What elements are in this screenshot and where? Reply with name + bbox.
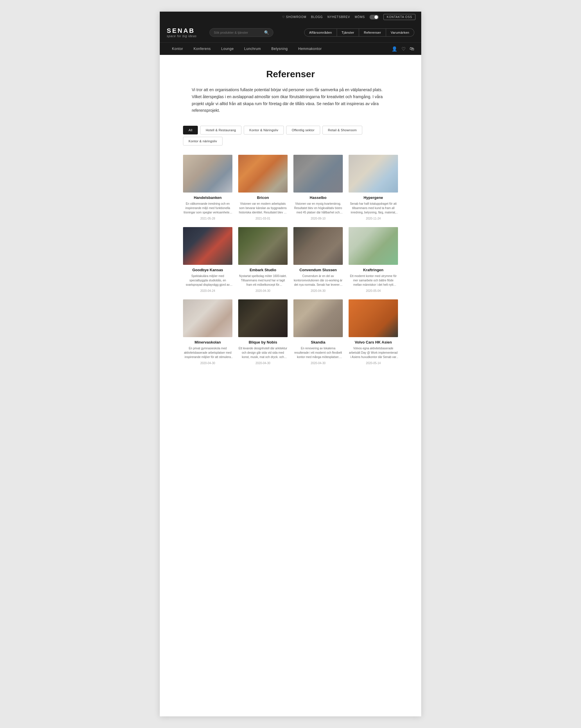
project-title-bricon: Bricon [238, 196, 287, 200]
nav-referenser[interactable]: Referenser [359, 28, 386, 36]
project-date-embark: 2020-04-30 [238, 289, 287, 292]
filter-kontor-naringsliv[interactable]: Kontor & Näringsliv [244, 126, 284, 134]
heart-icon: ♡ [282, 16, 285, 19]
project-desc-volvo: Volvos egna aktivitetsbaserade arbetsätt… [349, 346, 398, 359]
filter-offentlig[interactable]: Offentlig sektor [286, 126, 320, 134]
nav-lounge[interactable]: Lounge [216, 43, 239, 55]
project-title-volvo: Volvo Cars HK Asien [349, 340, 398, 344]
project-date-skandia: 2020-04-30 [294, 362, 343, 365]
moms-topbar[interactable]: MÖMS [355, 16, 365, 19]
moms-label: MÖMS [355, 16, 365, 19]
project-volvo[interactable]: Volvo Cars HK Asien Volvos egna aktivite… [349, 300, 398, 365]
project-image-hasselbo [294, 155, 343, 192]
project-goodbye-kansas[interactable]: Goodbye Kansas Spektakulära miljöer med … [183, 227, 232, 292]
toggle-knob [375, 16, 378, 19]
project-desc-handelsbanken: En välkomnande inredning och en inspirer… [183, 202, 232, 215]
kontakta-label: KONTAKTA OSS [387, 16, 412, 19]
project-desc-hypergene: Senab har haft totaluppdraget för att ti… [349, 202, 398, 215]
filter-retail[interactable]: Retail & Showroom [323, 126, 362, 134]
moms-toggle[interactable] [370, 15, 379, 20]
project-bricon[interactable]: Bricon Visionen var en modern arbetsplat… [238, 155, 287, 220]
filter-all[interactable]: All [183, 126, 198, 134]
kontakta-button[interactable]: KONTAKTA OSS [383, 14, 415, 20]
project-title-blique: Blique by Nobis [238, 340, 287, 344]
project-embark[interactable]: Embark Studio Nystartat spelbolag möter … [238, 227, 287, 292]
nav-hemmakontor[interactable]: Hemmakontor [293, 43, 327, 55]
project-image-handelsbanken [183, 155, 232, 192]
newsletter-topbar[interactable]: NYHETSBREV [327, 16, 350, 19]
project-desc-goodbye-kansas: Spektakulära miljöer med specialbyggda s… [183, 274, 232, 287]
project-minervaskolan[interactable]: Minervaskolan En privat gymnasieskola me… [183, 300, 232, 365]
project-image-hypergene [349, 155, 398, 192]
project-image-minervaskolan [183, 300, 232, 337]
project-blique[interactable]: Blique by Nobis Ett levande designhotell… [238, 300, 287, 365]
nav-konferens[interactable]: Konferens [188, 43, 216, 55]
filter-tabs: All Hotell & Restaurang Kontor & Närings… [183, 126, 398, 146]
nav-lunchrum[interactable]: Lunchrum [239, 43, 266, 55]
project-date-blique: 2020-04-30 [238, 362, 287, 365]
project-desc-skandia: En renovering av lokalerna resulterade i… [294, 346, 343, 359]
project-title-goodbye-kansas: Goodbye Kansas [183, 268, 232, 272]
search-input[interactable] [214, 31, 264, 34]
project-skandia[interactable]: Skandia En renovering av lokalerna resul… [294, 300, 343, 365]
project-grid: Handelsbanken En välkomnande inredning o… [183, 155, 398, 365]
nav-tjanster[interactable]: Tjänster [337, 28, 359, 36]
search-bar[interactable]: 🔍 [209, 28, 273, 37]
nav-belysning[interactable]: Belysning [266, 43, 293, 55]
project-desc-bricon: Visionen var en modern arbetsplats som b… [238, 202, 287, 215]
project-desc-convendum: Convendum är en del av kontorsrevolution… [294, 274, 343, 287]
project-title-skandia: Skandia [294, 340, 343, 344]
showroom-label: SHOWROOM [286, 16, 306, 19]
project-convendum[interactable]: Convendum Slussen Convendum är en del av… [294, 227, 343, 292]
project-hasselbo[interactable]: Hasselbo Visionen var en mysig kvartersk… [294, 155, 343, 220]
project-kraftringen[interactable]: Kraftringen Ett modernt kontor med utrym… [349, 227, 398, 292]
project-image-goodbye-kansas [183, 227, 232, 265]
project-title-convendum: Convendum Slussen [294, 268, 343, 272]
blog-topbar[interactable]: BLOGG [311, 16, 323, 19]
nav-varumarken[interactable]: Varumärken [386, 28, 414, 36]
project-date-volvo: 2020-05-14 [349, 362, 398, 365]
project-date-goodbye-kansas: 2020-04-24 [183, 289, 232, 292]
project-date-minervaskolan: 2020-04-30 [183, 362, 232, 365]
logo-area[interactable]: SENAB space for big ideas [167, 27, 197, 38]
project-handelsbanken[interactable]: Handelsbanken En välkomnande inredning o… [183, 155, 232, 220]
header-nav: Affärsområden Tjänster Referenser Varumä… [304, 28, 414, 36]
project-title-hypergene: Hypergene [349, 196, 398, 200]
project-image-embark [238, 227, 287, 265]
project-image-bricon [238, 155, 287, 192]
content: Referenser Vi tror att en organisations … [160, 55, 421, 383]
project-image-kraftringen [349, 227, 398, 265]
main-nav-icons: 👤 ♡ 🛍 [391, 46, 414, 52]
project-title-handelsbanken: Handelsbanken [183, 196, 232, 200]
cart-icon[interactable]: 🛍 [410, 46, 414, 51]
filter-hotell[interactable]: Hotell & Restaurang [200, 126, 242, 134]
top-bar: ♡ SHOWROOM BLOGG NYHETSBREV MÖMS KONTAKT… [160, 11, 421, 22]
project-image-volvo [349, 300, 398, 337]
page-wrapper: ♡ SHOWROOM BLOGG NYHETSBREV MÖMS KONTAKT… [160, 11, 421, 717]
project-title-hasselbo: Hasselbo [294, 196, 343, 200]
logo-tagline: space for big ideas [167, 34, 197, 38]
wishlist-icon[interactable]: ♡ [402, 46, 406, 52]
project-title-kraftringen: Kraftringen [349, 268, 398, 272]
wishlist-topbar[interactable]: ♡ SHOWROOM [282, 16, 306, 19]
project-title-embark: Embark Studio [238, 268, 287, 272]
nav-kontor[interactable]: Kontor [167, 43, 188, 55]
project-date-convendum: 2020-04-30 [294, 289, 343, 292]
user-icon[interactable]: 👤 [391, 46, 397, 52]
filter-kontor-naringsliv2[interactable]: Kontor & näringsliv [183, 137, 223, 146]
project-hypergene[interactable]: Hypergene Senab har haft totaluppdraget … [349, 155, 398, 220]
blog-label: BLOGG [311, 16, 323, 19]
nav-affarsomraden[interactable]: Affärsområden [304, 28, 337, 36]
project-desc-minervaskolan: En privat gymnasieskola med aktivitetsba… [183, 346, 232, 359]
project-image-skandia [294, 300, 343, 337]
search-icon: 🔍 [264, 30, 269, 35]
page-title: Referenser [183, 69, 398, 80]
main-nav-items: Kontor Konferens Lounge Lunchrum Belysni… [167, 43, 391, 55]
project-date-hasselbo: 2020-09-10 [294, 217, 343, 220]
project-desc-embark: Nystartat spelbolag möter 1600-talet. Ti… [238, 274, 287, 287]
project-date-handelsbanken: 2021-05-28 [183, 217, 232, 220]
main-nav: Kontor Konferens Lounge Lunchrum Belysni… [160, 43, 421, 55]
project-desc-blique: Ett levande designhotell där arkitektur … [238, 346, 287, 359]
project-desc-kraftringen: Ett modernt kontor med utrymme för mer s… [349, 274, 398, 287]
project-image-blique [238, 300, 287, 337]
